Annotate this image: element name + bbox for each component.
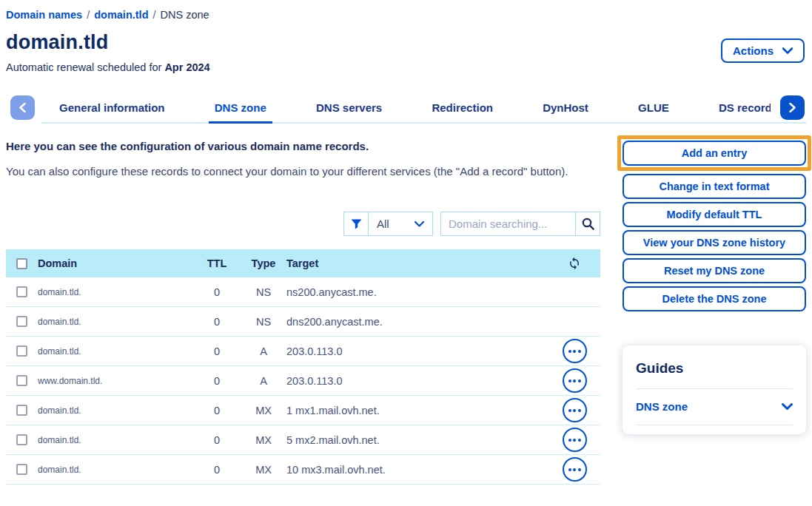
row-checkbox[interactable] xyxy=(16,405,27,416)
tab-dns-servers[interactable]: DNS servers xyxy=(310,94,388,124)
guide-item-dns-zone[interactable]: DNS zone xyxy=(636,389,793,425)
table-row: www.domain.tld. 0 A 203.0.113.0 xyxy=(6,366,600,396)
modify-default-ttl-button[interactable]: Modify default TTL xyxy=(623,202,806,227)
cell-type: MX xyxy=(241,464,286,476)
tab-glue[interactable]: GLUE xyxy=(632,94,675,124)
cell-target: dns200.anycast.me. xyxy=(286,316,559,328)
filter-row: All xyxy=(6,212,600,236)
filter-button[interactable] xyxy=(344,212,369,235)
row-actions-menu-button[interactable] xyxy=(563,428,587,452)
actions-button[interactable]: Actions xyxy=(721,38,805,63)
cell-ttl: 0 xyxy=(193,464,241,476)
select-all-checkbox[interactable] xyxy=(16,258,27,269)
row-checkbox[interactable] xyxy=(16,464,27,475)
guides-card: Guides DNS zone xyxy=(623,345,806,434)
change-text-format-button[interactable]: Change in text format xyxy=(623,174,806,199)
tabs-scroll-left-button[interactable] xyxy=(10,95,35,120)
breadcrumb-separator: / xyxy=(153,9,156,21)
row-actions-menu-button[interactable] xyxy=(563,457,587,482)
refresh-icon[interactable] xyxy=(568,257,581,270)
cell-domain: domain.tld. xyxy=(38,405,193,416)
table-row: domain.tld. 0 NS ns200.anycast.me. xyxy=(6,277,600,307)
row-checkbox[interactable] xyxy=(16,375,27,386)
cell-ttl: 0 xyxy=(193,434,241,446)
breadcrumb-current: DNS zone xyxy=(161,9,209,21)
breadcrumb-domain-names[interactable]: Domain names xyxy=(6,9,82,21)
cell-domain: domain.tld. xyxy=(38,435,193,445)
domain-search-input[interactable] xyxy=(441,212,575,235)
cell-target: ns200.anycast.me. xyxy=(286,286,559,298)
cell-ttl: 0 xyxy=(193,405,241,416)
cell-domain: domain.tld. xyxy=(38,465,193,475)
filter-group: All xyxy=(343,212,433,236)
breadcrumb: Domain names/domain.tld/DNS zone xyxy=(6,4,806,28)
renewal-text: Automatic renewal scheduled for xyxy=(6,61,161,73)
renewal-status: Automatic renewal scheduled forApr 2024 xyxy=(6,61,210,73)
cell-type: NS xyxy=(241,316,286,328)
dns-zone-page: Domain names/domain.tld/DNS zone domain.… xyxy=(0,0,812,485)
guide-item-label: DNS zone xyxy=(636,400,688,413)
cell-target: 5 mx2.mail.ovh.net. xyxy=(286,434,559,446)
chevron-down-icon xyxy=(415,221,424,227)
breadcrumb-domain-tld[interactable]: domain.tld xyxy=(94,9,148,21)
chevron-left-icon xyxy=(19,103,26,112)
cell-target: 1 mx1.mail.ovh.net. xyxy=(286,405,559,416)
dns-records-table: Domain TTL Type Target domain.tld. 0 NS … xyxy=(6,249,600,485)
cell-type: A xyxy=(241,345,286,357)
cell-type: MX xyxy=(241,405,286,416)
chevron-down-icon xyxy=(782,403,793,411)
cell-ttl: 0 xyxy=(193,316,241,328)
side-panel: Add an entry Change in text format Modif… xyxy=(623,135,806,434)
tab-dns-zone[interactable]: DNS zone xyxy=(209,94,272,124)
tabs-scroll-right-button[interactable] xyxy=(780,95,805,120)
search-button[interactable] xyxy=(575,212,600,235)
row-checkbox[interactable] xyxy=(16,316,27,327)
tab-ds-record[interactable]: DS record xyxy=(713,94,771,124)
cell-ttl: 0 xyxy=(193,286,241,298)
cell-domain: www.domain.tld. xyxy=(38,376,193,386)
row-checkbox[interactable] xyxy=(16,434,27,445)
tabs: General information DNS zone DNS servers… xyxy=(53,94,771,124)
tab-general-information[interactable]: General information xyxy=(53,94,171,124)
reset-dns-zone-button[interactable]: Reset my DNS zone xyxy=(623,258,806,283)
cell-domain: domain.tld. xyxy=(38,346,193,357)
guides-title: Guides xyxy=(636,360,793,389)
highlight-box: Add an entry xyxy=(617,135,811,171)
cell-target: 10 mx3.mail.ovh.net. xyxy=(286,464,559,476)
cell-domain: domain.tld. xyxy=(38,287,193,297)
intro-description: You can also configure these records to … xyxy=(6,165,600,178)
record-type-select-value: All xyxy=(377,217,389,230)
table-header: Domain TTL Type Target xyxy=(6,249,600,277)
renewal-date: Apr 2024 xyxy=(164,61,209,73)
chevron-down-icon xyxy=(782,47,793,54)
chevron-right-icon xyxy=(789,103,796,112)
filter-funnel-icon xyxy=(351,219,362,229)
tab-dynhost[interactable]: DynHost xyxy=(537,94,594,124)
cell-ttl: 0 xyxy=(193,375,241,387)
add-entry-button[interactable]: Add an entry xyxy=(623,141,806,166)
cell-ttl: 0 xyxy=(193,345,241,357)
cell-type: NS xyxy=(241,286,286,298)
search-box xyxy=(440,212,600,236)
view-dns-zone-history-button[interactable]: View your DNS zone history xyxy=(623,230,806,255)
record-type-select[interactable]: All xyxy=(369,212,432,235)
search-icon xyxy=(582,217,594,230)
breadcrumb-separator: / xyxy=(87,9,90,21)
intro-heading: Here you can see the configuration of va… xyxy=(6,140,600,152)
row-checkbox[interactable] xyxy=(16,345,27,357)
column-header-domain: Domain xyxy=(38,257,193,269)
tab-redirection[interactable]: Redirection xyxy=(426,94,499,124)
column-header-type: Type xyxy=(241,257,286,269)
tab-bar: General information DNS zone DNS servers… xyxy=(6,94,806,124)
page-title: domain.tld xyxy=(6,31,210,54)
row-actions-menu-button[interactable] xyxy=(563,339,587,363)
table-row: domain.tld. 0 MX 1 mx1.mail.ovh.net. xyxy=(6,396,600,425)
column-header-target: Target xyxy=(286,257,559,269)
delete-dns-zone-button[interactable]: Delete the DNS zone xyxy=(623,286,806,311)
row-checkbox[interactable] xyxy=(16,286,27,297)
row-actions-menu-button[interactable] xyxy=(563,398,587,422)
title-row: domain.tld Automatic renewal scheduled f… xyxy=(6,28,806,73)
cell-domain: domain.tld. xyxy=(38,317,193,327)
row-actions-menu-button[interactable] xyxy=(563,368,587,393)
table-row: domain.tld. 0 NS dns200.anycast.me. xyxy=(6,307,600,337)
